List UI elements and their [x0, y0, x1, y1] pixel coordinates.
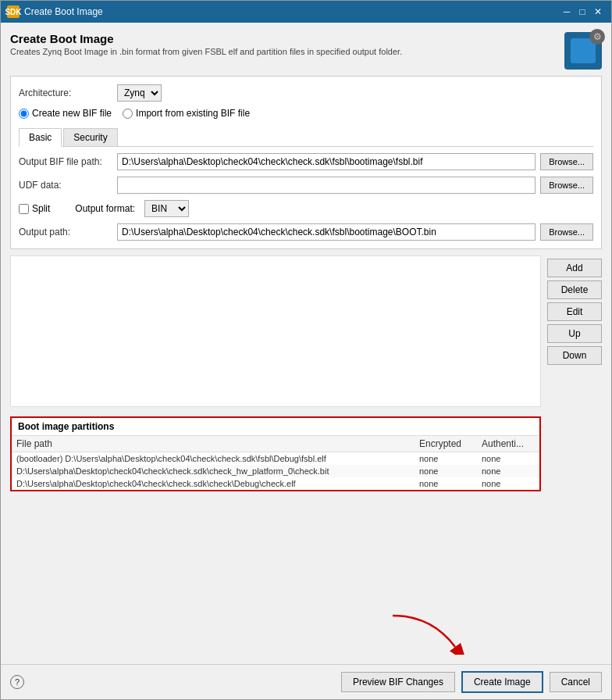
- minimize-button[interactable]: ─: [560, 5, 574, 19]
- radio-import-bif-label: Import from existing BIF file: [136, 108, 250, 119]
- sdk-icon: SDK: [7, 5, 20, 18]
- edit-button[interactable]: Edit: [547, 302, 602, 321]
- cell-encrypted: none: [415, 452, 477, 465]
- architecture-label: Architecture:: [19, 88, 112, 98]
- gear-icon: ⚙: [589, 29, 605, 45]
- cancel-button[interactable]: Cancel: [550, 672, 602, 692]
- down-button[interactable]: Down: [547, 346, 602, 365]
- cell-filepath: (bootloader) D:\Users\alpha\Desktop\chec…: [12, 452, 415, 465]
- arrow-container: [10, 498, 541, 655]
- cell-authenticated: none: [477, 465, 539, 477]
- radio-new-bif[interactable]: Create new BIF file: [19, 108, 112, 119]
- add-button[interactable]: Add: [547, 259, 602, 277]
- udf-data-input[interactable]: [117, 177, 536, 194]
- output-path-row: Output path: Browse...: [19, 223, 593, 241]
- bottom-bar: ? Preview BIF Changes Create Image Cance…: [1, 664, 611, 699]
- page-subtitle: Creates Zynq Boot Image in .bin format f…: [10, 47, 402, 56]
- radio-import-bif-input[interactable]: [123, 109, 133, 119]
- help-button[interactable]: ?: [10, 675, 24, 689]
- output-bif-browse-button[interactable]: Browse...: [540, 153, 593, 170]
- tab-basic[interactable]: Basic: [19, 128, 62, 147]
- page-icon: ⚙: [564, 32, 602, 70]
- output-bif-row: Output BIF file path: Browse...: [19, 153, 593, 170]
- cell-encrypted: none: [415, 465, 477, 477]
- architecture-select[interactable]: Zynq: [117, 84, 162, 102]
- table-row[interactable]: D:\Users\alpha\Desktop\check04\check\che…: [12, 477, 539, 490]
- up-button[interactable]: Up: [547, 324, 602, 343]
- empty-area: [10, 255, 541, 407]
- partitions-section: Boot image partitions File path Encrypte…: [10, 416, 541, 491]
- split-format-row: Split Output format: BIN MCS HEX: [19, 200, 593, 217]
- title-bar-left: SDK Create Boot Image: [7, 5, 103, 18]
- title-bar-controls: ─ □ ✕: [560, 5, 605, 19]
- table-row[interactable]: (bootloader) D:\Users\alpha\Desktop\chec…: [12, 452, 539, 465]
- output-format-select[interactable]: BIN MCS HEX: [144, 200, 189, 217]
- split-checkbox[interactable]: [19, 204, 29, 214]
- tab-security[interactable]: Security: [63, 128, 117, 146]
- udf-data-row: UDF data: Browse...: [19, 177, 593, 194]
- partitions-header: Boot image partitions: [12, 418, 539, 436]
- main-window: SDK Create Boot Image ─ □ ✕ Create Boot …: [0, 0, 612, 700]
- right-buttons: Add Delete Edit Up Down: [547, 255, 602, 655]
- cell-authenticated: none: [477, 452, 539, 465]
- page-header: Create Boot Image Creates Zynq Boot Imag…: [10, 32, 602, 70]
- output-bif-input[interactable]: [117, 153, 536, 170]
- cell-authenticated: none: [477, 477, 539, 490]
- arrow-icon: [385, 608, 479, 655]
- table-row[interactable]: D:\Users\alpha\Desktop\check04\check\che…: [12, 465, 539, 477]
- split-label: Split: [32, 203, 50, 214]
- maximize-button[interactable]: □: [575, 5, 589, 19]
- page-title: Create Boot Image: [10, 32, 402, 45]
- form-section: Architecture: Zynq Create new BIF file I…: [10, 76, 602, 249]
- title-bar: SDK Create Boot Image ─ □ ✕: [1, 1, 611, 23]
- tabs: Basic Security: [19, 128, 593, 147]
- preview-bif-button[interactable]: Preview BIF Changes: [341, 672, 455, 692]
- delete-button[interactable]: Delete: [547, 280, 602, 299]
- create-image-button[interactable]: Create Image: [461, 671, 543, 693]
- partitions-table: File path Encrypted Authenti... (bootloa…: [12, 436, 539, 490]
- udf-data-browse-button[interactable]: Browse...: [540, 177, 593, 194]
- cell-filepath: D:\Users\alpha\Desktop\check04\check\che…: [12, 477, 415, 490]
- close-button[interactable]: ✕: [591, 5, 605, 19]
- title-bar-title: Create Boot Image: [24, 6, 103, 17]
- cell-filepath: D:\Users\alpha\Desktop\check04\check\che…: [12, 465, 415, 477]
- col-encrypted: Encrypted: [415, 436, 477, 452]
- main-area: Boot image partitions File path Encrypte…: [10, 255, 602, 655]
- split-checkbox-label[interactable]: Split: [19, 203, 50, 214]
- col-filepath: File path: [12, 436, 415, 452]
- output-path-input[interactable]: [117, 223, 536, 241]
- output-bif-label: Output BIF file path:: [19, 156, 112, 167]
- output-path-browse-button[interactable]: Browse...: [540, 223, 593, 241]
- udf-data-label: UDF data:: [19, 180, 112, 191]
- output-format-label: Output format:: [75, 203, 135, 214]
- left-area: Boot image partitions File path Encrypte…: [10, 255, 541, 655]
- radio-group: Create new BIF file Import from existing…: [19, 108, 593, 119]
- page-header-text: Create Boot Image Creates Zynq Boot Imag…: [10, 32, 402, 56]
- cell-encrypted: none: [415, 477, 477, 490]
- output-path-label: Output path:: [19, 227, 112, 238]
- radio-import-bif[interactable]: Import from existing BIF file: [123, 108, 250, 119]
- architecture-row: Architecture: Zynq: [19, 84, 593, 102]
- radio-new-bif-input[interactable]: [19, 109, 29, 119]
- col-authenticated: Authenti...: [477, 436, 539, 452]
- radio-new-bif-label: Create new BIF file: [32, 108, 112, 119]
- main-content: Create Boot Image Creates Zynq Boot Imag…: [1, 23, 611, 664]
